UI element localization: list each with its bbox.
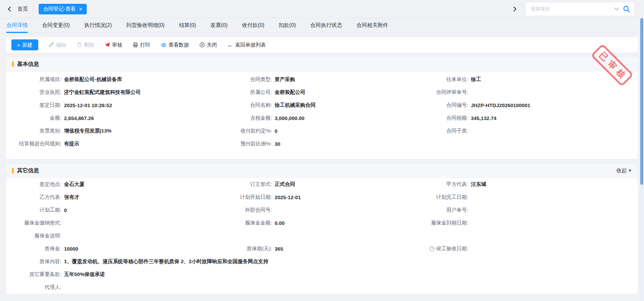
delete-button[interactable]: 删除 xyxy=(77,42,94,48)
send-icon xyxy=(105,42,110,48)
arrow-left-icon: ← xyxy=(227,42,233,48)
eye-icon xyxy=(161,42,167,48)
close-tab-icon[interactable]: × xyxy=(79,6,83,12)
scrollbar-thumb[interactable] xyxy=(640,18,643,185)
field-amount: 金额:2,654,867.26 xyxy=(6,112,217,125)
home-tab[interactable]: 首页 xyxy=(17,6,28,12)
basic-info-header: 基本信息 xyxy=(6,57,638,72)
field-user-order-no: 用户单号: xyxy=(427,204,638,217)
field-bond-due-date: 履保金到期日期: xyxy=(427,217,638,229)
other-info-section: 其它信息 收起 ▼ 签定地点:金石大厦 订立形式:正式合同 甲方代表:汪东城 乙… xyxy=(6,163,638,294)
project-select-input[interactable] xyxy=(530,6,611,12)
field-quality-bond: 质保金:10000 xyxy=(6,242,217,255)
field-settlement-rule: 结算额超合同规则:有提示 xyxy=(6,137,217,150)
field-form-of-contract: 订立形式:正式合同 xyxy=(217,178,427,191)
search-icon[interactable] xyxy=(623,5,630,13)
field-row: 签定日期:2025-12-01 10:26:52 合同名称:徐工机械采购合同 合… xyxy=(6,99,638,112)
view-data-button[interactable]: 查看数据 xyxy=(161,42,189,48)
other-info-body: 签定地点:金石大厦 订立形式:正式合同 甲方代表:汪东城 乙方代表:张有才 计划… xyxy=(6,178,638,294)
tab-contract-exec-state[interactable]: 合同执行状态 xyxy=(303,18,349,33)
plus-icon: + xyxy=(17,42,20,48)
field-contract-type: 合同类型:资产采购 xyxy=(217,73,427,86)
action-toolbar: + 新建 编辑 删除 审核 打印 查看数据 关闭 ← 返回单据列表 xyxy=(6,37,638,53)
basic-info-section: 基本信息 所属项目:金桥装配公司-机械设备库 合同类型:资产采购 往来单位:徐工… xyxy=(6,57,638,159)
chevron-left-icon xyxy=(7,6,12,12)
nav-forward-button[interactable] xyxy=(510,4,520,14)
field-row: 质保金:10000 质保期(天):365 ? 竣工验收日期: xyxy=(6,242,638,255)
project-select-search[interactable] xyxy=(526,3,634,16)
back-to-list-button[interactable]: ← 返回单据列表 xyxy=(227,42,266,48)
active-document-tab-label: 合同登记-查看 xyxy=(43,6,76,12)
tab-contract-changes[interactable]: 合同变更(0) xyxy=(35,18,77,33)
tab-arrival-acceptance[interactable]: 到货验收明细(0) xyxy=(119,18,172,33)
field-row: 代理人: xyxy=(6,281,638,294)
edit-button[interactable]: 编辑 xyxy=(48,42,66,48)
tab-invoice[interactable]: 发票(0) xyxy=(203,18,235,33)
field-amount-with-tax: 含税金额:3,000,000.00 xyxy=(217,112,427,125)
field-party-a-rep: 甲方代表:汪东城 xyxy=(427,178,638,191)
field-external-contract-no: 外部合同号: xyxy=(217,204,427,217)
field-row: 结算额超合同规则:有提示 预付款比例%:30 xyxy=(6,137,638,150)
field-contract-subtype: 合同子类: xyxy=(427,125,638,137)
field-row: 其它重要条款:五年50%保值承诺 xyxy=(6,268,638,281)
pencil-icon xyxy=(48,42,54,48)
field-bond-note: 履保金说明: xyxy=(6,229,217,242)
field-other-important-terms: 其它重要条款:五年50%保值承诺 xyxy=(6,268,638,281)
field-warranty-content: 质保内容:1、覆盖发动机、液压系统等核心部件三年整机质保 2、2小时故障响应和全… xyxy=(6,255,638,268)
field-tax-amount: 合同税额:345,132.74 xyxy=(427,112,638,125)
print-button[interactable]: 打印 xyxy=(133,42,150,48)
section-title: 其它信息 xyxy=(17,167,39,174)
field-payment-agreement: 收付款约定%:0 xyxy=(217,125,427,137)
field-row: 履保金缴纳形式: 履保金金额:0.00 履保金到期日期: xyxy=(6,217,638,229)
field-empty xyxy=(217,281,427,294)
detail-tab-bar: 合同详情 合同变更(0) 执行情况(2) 到货验收明细(0) 结算(0) 发票(… xyxy=(0,18,644,33)
audit-button[interactable]: 审核 xyxy=(105,42,122,48)
content-area: + 新建 编辑 删除 审核 打印 查看数据 关闭 ← 返回单据列表 xyxy=(0,33,644,294)
active-document-tab[interactable]: 合同登记-查看 × xyxy=(39,4,87,14)
field-row: 营业执照:济宁金虹装配式建筑科技有限公司 所属公司:金桥装配公司 合同评审单号: xyxy=(6,86,638,99)
trash-icon xyxy=(77,42,82,48)
circle-x-icon xyxy=(199,42,205,48)
field-review-no: 合同评审单号: xyxy=(427,86,638,99)
field-bond-amount: 履保金金额:0.00 xyxy=(217,217,427,229)
field-prepay-ratio: 预付款比例%:30 xyxy=(217,137,427,150)
collapse-toggle[interactable]: 收起 ▼ xyxy=(616,167,632,174)
chevron-down-icon[interactable] xyxy=(614,8,619,11)
field-project: 所属项目:金桥装配公司-机械设备库 xyxy=(6,73,217,86)
nav-back-button[interactable] xyxy=(5,4,14,14)
field-invoice-category: 发票类别:增值税专用发票|13% xyxy=(6,125,217,137)
tab-divider xyxy=(33,6,34,12)
chevron-right-icon xyxy=(512,6,517,12)
tab-deductions[interactable]: 扣款(0) xyxy=(272,18,303,33)
field-row: 所属项目:金桥装配公司-机械设备库 合同类型:资产采购 往来单位:徐工 xyxy=(6,73,638,86)
field-company: 所属公司:金桥装配公司 xyxy=(217,86,427,99)
field-business-license: 营业执照:济宁金虹装配式建筑科技有限公司 xyxy=(6,86,217,99)
field-row: 质保内容:1、覆盖发动机、液压系统等核心部件三年整机质保 2、2小时故障响应和全… xyxy=(6,255,638,268)
tab-settlement[interactable]: 结算(0) xyxy=(172,18,203,33)
field-counterparty: 往来单位:徐工 xyxy=(427,73,638,86)
tab-contract-attachments[interactable]: 合同相关附件 xyxy=(349,18,395,33)
question-circle-icon: ? xyxy=(429,246,435,251)
section-title: 基本信息 xyxy=(17,61,39,68)
field-empty xyxy=(427,137,638,150)
field-empty xyxy=(217,229,427,242)
tab-contract-details[interactable]: 合同详情 xyxy=(6,18,35,33)
printer-icon xyxy=(133,42,138,48)
tab-execution-status[interactable]: 执行情况(2) xyxy=(77,18,119,33)
tab-payments[interactable]: 收付款(0) xyxy=(235,18,272,33)
field-empty xyxy=(427,229,638,242)
field-bond-payment-form: 履保金缴纳形式: xyxy=(6,217,217,229)
field-row: 计划工期:0 外部合同号: 用户单号: xyxy=(6,204,638,217)
field-party-b-rep: 乙方代表:张有才 xyxy=(6,191,217,204)
field-plan-duration: 计划工期:0 xyxy=(6,204,217,217)
close-button[interactable]: 关闭 xyxy=(199,42,217,48)
basic-info-body: 所属项目:金桥装配公司-机械设备库 合同类型:资产采购 往来单位:徐工 营业执照… xyxy=(6,72,638,159)
new-button[interactable]: + 新建 xyxy=(11,39,38,50)
page-scrollbar[interactable] xyxy=(640,18,643,301)
triangle-down-icon: ▼ xyxy=(628,169,632,173)
field-contract-name: 合同名称:徐工机械采购合同 xyxy=(217,99,427,112)
field-row: 履保金说明: xyxy=(6,229,638,242)
field-contract-no: 合同编号:JHZP-HTDJ20260100001 xyxy=(427,99,638,112)
field-row: 发票类别:增值税专用发票|13% 收付款约定%:0 合同子类: xyxy=(6,125,638,137)
field-completion-acceptance-date: ? 竣工验收日期: xyxy=(427,242,638,255)
